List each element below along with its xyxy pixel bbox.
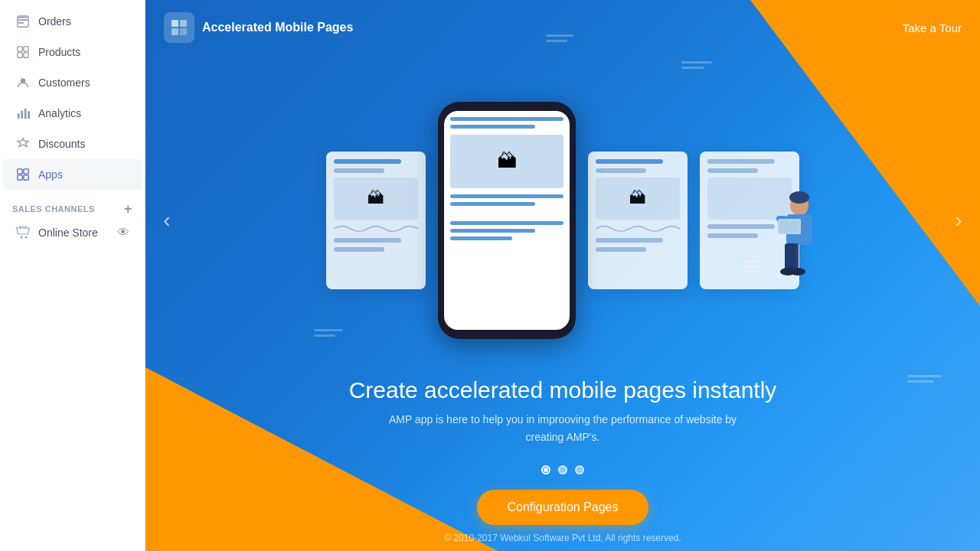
svg-rect-10 (18, 169, 22, 174)
card-image-2: 🏔 (596, 178, 680, 220)
sidebar-item-orders[interactable]: Orders (3, 6, 142, 37)
products-icon (15, 44, 31, 60)
take-tour-link[interactable]: Take a Tour (903, 21, 962, 34)
analytics-icon (15, 106, 31, 121)
customers-icon (15, 75, 31, 90)
sidebar-item-customers[interactable]: Customers (3, 67, 142, 98)
svg-rect-16 (172, 28, 178, 35)
phone-screen-image: 🏔 (450, 135, 564, 188)
svg-rect-8 (24, 109, 27, 119)
sidebar-item-analytics-label: Analytics (38, 107, 81, 119)
card-squiggle-1 (334, 224, 418, 233)
sales-channels-section: Sales Channels + (0, 190, 145, 219)
svg-rect-26 (785, 243, 795, 270)
discounts-icon (15, 136, 31, 152)
svg-rect-3 (18, 53, 22, 57)
cards-container: 🏔 🏔 (326, 106, 799, 335)
sidebar-item-analytics[interactable]: Analytics (3, 98, 142, 129)
app-content: Create accelerated mobile pages instantl… (334, 377, 792, 465)
svg-rect-4 (24, 53, 28, 57)
orders-icon (15, 14, 31, 29)
phone-screen: 🏔 (444, 111, 570, 330)
main-content: Accelerated Mobile Pages Take a Tour ‹ 🏔 (145, 0, 980, 551)
mountain-icon-phone: 🏔 (497, 149, 517, 173)
sidebar-item-products[interactable]: Products (3, 37, 142, 67)
pagination-dots (541, 465, 584, 474)
mountain-icon-1: 🏔 (368, 188, 384, 208)
dot-2[interactable] (558, 465, 567, 474)
sidebar-item-apps[interactable]: Apps (3, 159, 142, 190)
sidebar-item-customers-label: Customers (38, 77, 90, 89)
svg-rect-14 (172, 20, 178, 27)
dot-1[interactable] (541, 465, 550, 474)
svg-rect-12 (18, 175, 22, 180)
carousel: ‹ 🏔 (145, 63, 980, 377)
svg-rect-11 (24, 169, 28, 174)
svg-rect-17 (180, 28, 187, 35)
app-banner: Accelerated Mobile Pages Take a Tour ‹ 🏔 (145, 0, 980, 551)
svg-rect-9 (28, 111, 30, 119)
sidebar-item-orders-label: Orders (38, 15, 71, 28)
online-store-icon (15, 225, 31, 240)
svg-point-28 (790, 268, 805, 276)
footer-text: © 2010-2017 Webkul Software Pvt Ltd, All… (444, 533, 681, 543)
app-logo-icon (164, 12, 194, 43)
app-header: Accelerated Mobile Pages Take a Tour (145, 0, 980, 55)
sidebar-item-online-store[interactable]: Online Store 👁 (3, 219, 142, 246)
sub-text: AMP app is here to help you in improovin… (371, 411, 754, 445)
card-image-3 (707, 178, 792, 220)
page-card-3 (700, 152, 799, 289)
sales-channels-label: Sales Channels (12, 204, 95, 214)
svg-rect-7 (21, 110, 23, 119)
svg-rect-6 (18, 113, 20, 119)
app-footer: © 2010-2017 Webkul Software Pvt Ltd, All… (436, 525, 688, 551)
app-name-label: Accelerated Mobile Pages (202, 21, 353, 34)
online-store-eye-icon[interactable]: 👁 (117, 226, 129, 240)
configuration-pages-button[interactable]: Configuration Pages (477, 490, 649, 525)
svg-rect-15 (180, 20, 187, 27)
phone-squiggle (450, 210, 564, 217)
page-card-2: 🏔 (588, 152, 688, 289)
card-squiggle-2 (596, 224, 680, 233)
app-logo: Accelerated Mobile Pages (164, 12, 353, 43)
mountain-icon-2: 🏔 (629, 188, 646, 208)
sidebar-item-apps-label: Apps (38, 168, 63, 181)
online-store-label: Online Store (38, 227, 98, 239)
phone-mockup: 🏔 (438, 102, 576, 339)
carousel-prev-button[interactable]: ‹ (153, 207, 181, 234)
svg-rect-13 (24, 175, 28, 180)
svg-rect-24 (779, 220, 799, 233)
page-card-1: 🏔 (326, 152, 426, 289)
sidebar-item-discounts[interactable]: Discounts (3, 129, 142, 159)
add-sales-channel-button[interactable]: + (124, 202, 132, 216)
person-illustration (761, 190, 822, 312)
sidebar-item-discounts-label: Discounts (38, 138, 85, 150)
svg-rect-2 (24, 47, 28, 51)
apps-icon (15, 167, 31, 182)
sidebar-item-products-label: Products (38, 46, 80, 58)
carousel-next-button[interactable]: › (945, 207, 972, 234)
main-title: Create accelerated mobile pages instantl… (349, 377, 777, 403)
svg-point-19 (789, 191, 809, 204)
sidebar: Orders Products Customers (0, 0, 145, 551)
card-image-1: 🏔 (334, 178, 418, 220)
svg-rect-1 (18, 47, 22, 51)
dot-3[interactable] (575, 465, 584, 474)
